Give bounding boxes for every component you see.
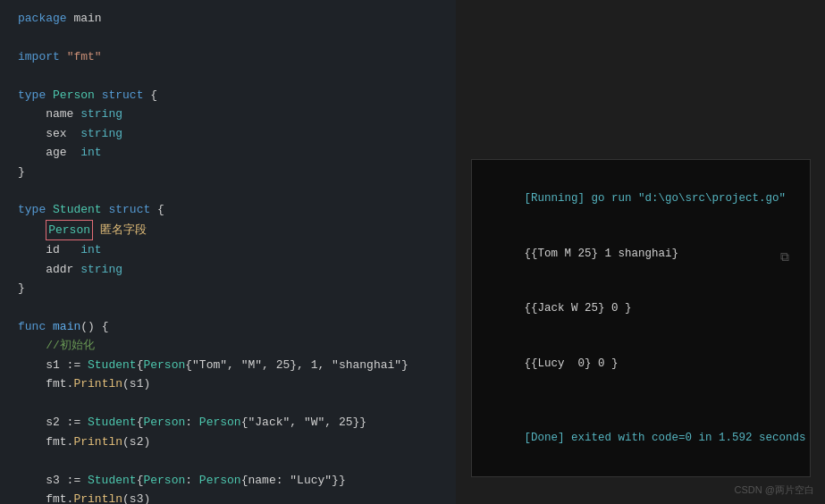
terminal-spacer	[484, 392, 797, 411]
terminal-output-line-3: {{Lucy 0} 0 }	[484, 337, 797, 392]
running-label: [Running] go run "d:\go\src\project.go"	[525, 192, 787, 205]
code-line: type Person struct {	[18, 86, 456, 105]
code-line: age int	[18, 143, 456, 162]
terminal-running-line: [Running] go run "d:\go\src\project.go"	[484, 171, 797, 226]
annotation-label: 匿名字段	[100, 223, 147, 237]
code-line: type Student struct {	[18, 200, 456, 219]
code-line: id int	[18, 240, 456, 259]
code-line: fmt.Println(s3)	[18, 490, 456, 504]
code-line: }	[18, 163, 456, 181]
code-line	[18, 298, 456, 317]
code-line: package main	[18, 9, 456, 28]
code-line: }	[18, 279, 456, 298]
code-line	[18, 28, 456, 46]
code-line: import "fmt"	[18, 47, 456, 66]
code-line	[18, 66, 456, 85]
right-panel: ⧉ [Running] go run "d:\go\src\project.go…	[456, 0, 825, 504]
code-line: func main() {	[18, 317, 456, 336]
terminal-done-line: [Done] exited with code=0 in 1.592 secon…	[484, 410, 797, 466]
code-line: s1 := Student{Person{"Tom", "M", 25}, 1,…	[18, 356, 456, 374]
code-line: s2 := Student{Person: Person{"Jack", "W"…	[18, 413, 456, 432]
expand-icon: ⧉	[780, 250, 789, 265]
terminal-output: [Running] go run "d:\go\src\project.go" …	[471, 159, 811, 477]
code-line	[18, 181, 456, 200]
person-annotation-line: Person 匿名字段	[18, 220, 456, 240]
code-line: addr string	[18, 260, 456, 279]
code-line: fmt.Println(s2)	[18, 433, 456, 451]
terminal-output-line-1: {{Tom M 25} 1 shanghai}	[484, 226, 797, 281]
code-line: //初始化	[18, 336, 456, 355]
code-line	[18, 394, 456, 413]
code-line: sex string	[18, 124, 456, 143]
watermark: CSDN @两片空白	[735, 483, 814, 497]
person-highlight: Person	[46, 220, 93, 240]
code-editor: package main import "fmt" type Person st…	[0, 0, 456, 504]
terminal-output-line-2: {{Jack W 25} 0 }	[484, 281, 797, 337]
code-line	[18, 451, 456, 470]
code-line: s3 := Student{Person: Person{name: "Lucy…	[18, 471, 456, 490]
code-line: fmt.Println(s1)	[18, 374, 456, 393]
code-line: name string	[18, 105, 456, 123]
